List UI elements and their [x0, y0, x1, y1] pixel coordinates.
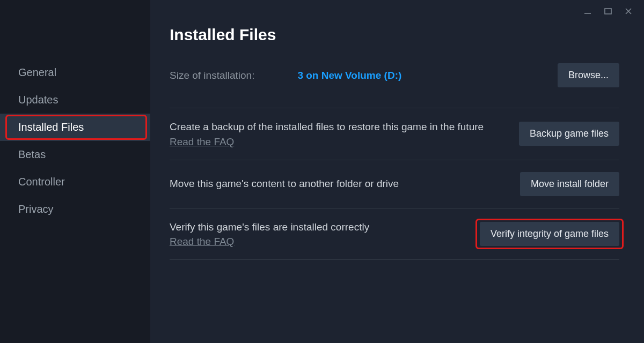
backup-faq-link[interactable]: Read the FAQ	[170, 136, 234, 148]
move-button[interactable]: Move install folder	[520, 172, 619, 196]
sidebar-item-updates[interactable]: Updates	[0, 86, 150, 114]
verify-faq-link[interactable]: Read the FAQ	[170, 236, 234, 248]
sidebar-item-privacy[interactable]: Privacy	[0, 196, 150, 223]
minimize-icon[interactable]	[583, 6, 592, 16]
sidebar: General Updates Installed Files Betas Co…	[0, 0, 150, 343]
section-text: Verify this game's files are installed c…	[170, 220, 480, 248]
sidebar-item-betas[interactable]: Betas	[0, 141, 150, 168]
verify-desc: Verify this game's files are installed c…	[170, 220, 464, 234]
sidebar-item-general[interactable]: General	[0, 59, 150, 86]
section-move: Move this game's content to another fold…	[170, 160, 619, 208]
maximize-icon[interactable]	[603, 6, 613, 16]
sidebar-item-label: General	[18, 66, 56, 78]
section-text: Move this game's content to another fold…	[170, 177, 520, 191]
sidebar-item-label: Installed Files	[18, 121, 84, 133]
sidebar-item-controller[interactable]: Controller	[0, 168, 150, 196]
install-size-value: 3 on New Volume (D:)	[297, 70, 401, 81]
section-backup: Create a backup of the installed files t…	[170, 108, 619, 160]
backup-button[interactable]: Backup game files	[519, 122, 619, 146]
sidebar-item-label: Updates	[18, 94, 58, 106]
svg-rect-1	[605, 9, 611, 14]
browse-button[interactable]: Browse...	[558, 63, 619, 87]
page-title: Installed Files	[170, 26, 619, 44]
window-controls	[583, 6, 633, 16]
move-desc: Move this game's content to another fold…	[170, 177, 492, 191]
sidebar-item-installed-files[interactable]: Installed Files	[0, 114, 150, 141]
sidebar-item-label: Betas	[18, 148, 46, 160]
install-size-row: Size of installation: 3 on New Volume (D…	[170, 63, 619, 87]
section-text: Create a backup of the installed files t…	[170, 120, 519, 148]
sidebar-item-label: Privacy	[18, 203, 54, 215]
verify-button[interactable]: Verify integrity of game files	[480, 222, 619, 246]
sidebar-item-label: Controller	[18, 176, 65, 188]
section-verify: Verify this game's files are installed c…	[170, 208, 619, 260]
main-panel: Installed Files Size of installation: 3 …	[150, 0, 644, 343]
close-icon[interactable]	[624, 6, 633, 16]
install-size-label: Size of installation:	[170, 70, 254, 81]
backup-desc: Create a backup of the installed files t…	[170, 120, 492, 134]
